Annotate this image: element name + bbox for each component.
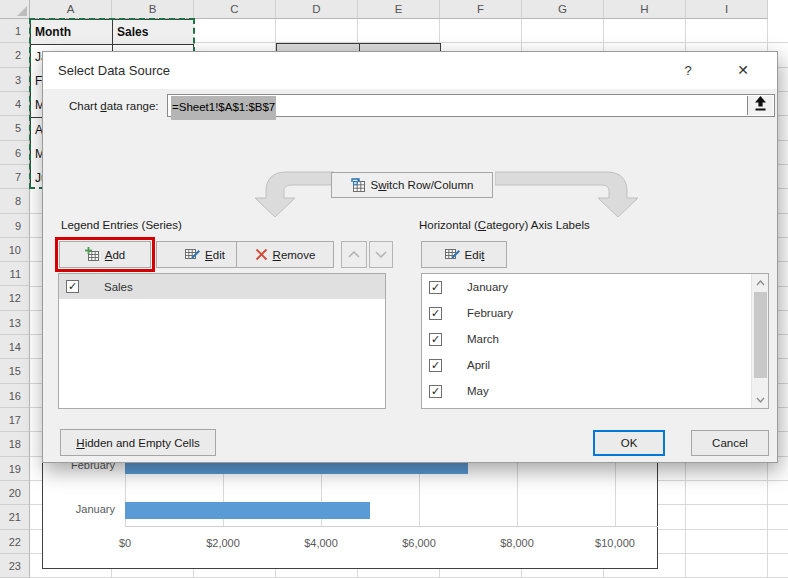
row-header-1[interactable]: 1 (0, 19, 30, 43)
axis-label-item[interactable]: ✓ April (422, 352, 768, 378)
row-header-16[interactable]: 16 (0, 384, 30, 408)
legend-entries-label: Legend Entries (Series) (61, 219, 182, 231)
switch-row-column-icon (351, 178, 366, 192)
move-down-button[interactable] (369, 241, 393, 268)
axis-tick-label: $10,000 (583, 537, 647, 549)
collapse-range-icon (754, 96, 767, 111)
row-header-9[interactable]: 9 (0, 214, 30, 238)
column-header-d[interactable]: D (276, 0, 358, 19)
row-header-15[interactable]: 15 (0, 359, 30, 383)
axis-tick-label: $8,000 (485, 537, 549, 549)
add-series-icon (85, 247, 100, 262)
column-header-b[interactable]: B (112, 0, 194, 19)
axis-label-checkbox[interactable]: ✓ (429, 281, 442, 294)
row-header-18[interactable]: 18 (0, 432, 30, 456)
column-header-i[interactable]: I (686, 0, 768, 19)
axis-labels-list[interactable]: ✓ January ✓ February ✓ March ✓ April ✓ M… (421, 273, 769, 409)
row-header-2[interactable]: 2 (0, 43, 30, 67)
edit-axis-labels-icon (444, 247, 460, 262)
axis-label-checkbox[interactable]: ✓ (429, 307, 442, 320)
axis-label-item[interactable]: ✓ March (422, 326, 768, 352)
add-button-label: Add (105, 249, 125, 261)
series-label: Sales (104, 281, 133, 293)
flow-arrow-left-icon (248, 170, 334, 218)
column-header-g[interactable]: G (522, 0, 604, 19)
axis-tick-label: $2,000 (191, 537, 255, 549)
close-icon[interactable]: ✕ (723, 52, 763, 89)
collapse-dialog-button[interactable] (747, 96, 773, 115)
row-header-4[interactable]: 4 (0, 92, 30, 116)
remove-x-icon (255, 248, 268, 261)
chevron-down-icon (375, 251, 387, 258)
select-data-source-dialog: Select Data Source ? ✕ Chart data range:… (42, 51, 778, 463)
column-header-a[interactable]: A (30, 0, 112, 19)
column-headers: A B C D E F G H I (30, 0, 768, 19)
edit-axis-labels-button[interactable]: Edit (421, 241, 507, 268)
hidden-and-empty-cells-button[interactable]: Hidden and Empty Cells (60, 429, 216, 456)
row-header-14[interactable]: 14 (0, 335, 30, 359)
series-list-item[interactable]: ✓ Sales (59, 274, 385, 299)
column-header-e[interactable]: E (358, 0, 440, 19)
row-header-10[interactable]: 10 (0, 238, 30, 262)
legend-entries-list[interactable]: ✓ Sales (58, 273, 386, 409)
edit-series-label: Edit (205, 249, 225, 261)
row-header-8[interactable]: 8 (0, 189, 30, 213)
axis-label-item[interactable]: ✓ January (422, 274, 768, 300)
row-headers: 1234567891011121314151617181920212223 (0, 19, 30, 578)
scroll-down-icon (756, 397, 765, 403)
cancel-button[interactable]: Cancel (691, 430, 769, 456)
row-header-7[interactable]: 7 (0, 165, 30, 189)
scrollbar-thumb[interactable] (754, 292, 767, 378)
horizontal-axis-labels-label: Horizontal (Category) Axis Labels (419, 219, 590, 231)
row-header-22[interactable]: 22 (0, 530, 30, 554)
scrollbar[interactable] (751, 274, 768, 408)
row-header-23[interactable]: 23 (0, 554, 30, 578)
row-header-17[interactable]: 17 (0, 408, 30, 432)
column-header-h[interactable]: H (604, 0, 686, 19)
edit-axis-labels-label: Edit (465, 249, 485, 261)
axis-label-item[interactable]: ✓ May (422, 378, 768, 404)
axis-tick-label: $6,000 (387, 537, 451, 549)
range-value-selected-text: =Sheet1!$A$1:$B$7 (171, 96, 276, 120)
chart-category-label: January (49, 503, 115, 515)
row-header-3[interactable]: 3 (0, 68, 30, 92)
row-header-5[interactable]: 5 (0, 116, 30, 140)
select-all-triangle-icon (17, 6, 27, 16)
axis-label-checkbox[interactable]: ✓ (429, 385, 442, 398)
select-all-corner[interactable] (0, 0, 30, 19)
dialog-title: Select Data Source (58, 52, 170, 89)
row-header-12[interactable]: 12 (0, 286, 30, 310)
scroll-up-icon (756, 280, 765, 286)
row-header-13[interactable]: 13 (0, 311, 30, 335)
axis-tick-label: $0 (93, 537, 157, 549)
add-button[interactable]: Add (59, 241, 151, 268)
scroll-down-button[interactable] (752, 391, 769, 408)
ok-button[interactable]: OK (593, 430, 665, 456)
axis-label-checkbox[interactable]: ✓ (429, 359, 442, 372)
axis-label-checkbox[interactable]: ✓ (429, 333, 442, 346)
move-up-button[interactable] (341, 241, 367, 268)
chart-axis-line (125, 526, 658, 527)
column-header-f[interactable]: F (440, 0, 522, 19)
row-header-6[interactable]: 6 (0, 141, 30, 165)
chart-bar[interactable] (125, 502, 370, 519)
switch-row-column-button[interactable]: Switch Row/Column (331, 172, 493, 198)
chevron-up-icon (348, 251, 360, 258)
row-header-19[interactable]: 19 (0, 457, 30, 481)
row-header-11[interactable]: 11 (0, 262, 30, 286)
series-checkbox[interactable]: ✓ (66, 280, 79, 293)
row-header-21[interactable]: 21 (0, 505, 30, 529)
axis-tick-label: $4,000 (289, 537, 353, 549)
switch-row-column-label: Switch Row/Column (371, 179, 474, 191)
chart-data-range-input[interactable]: =Sheet1!$A$1:$B$7 (167, 94, 775, 117)
edit-series-icon (184, 247, 200, 262)
row-header-20[interactable]: 20 (0, 481, 30, 505)
help-icon[interactable]: ? (673, 52, 703, 89)
scroll-up-button[interactable] (752, 274, 769, 291)
chart-data-range-label: Chart data range: (69, 100, 159, 112)
axis-label-item[interactable]: ✓ February (422, 300, 768, 326)
remove-button[interactable]: Remove (236, 241, 334, 268)
flow-arrow-right-icon (495, 170, 645, 218)
column-header-c[interactable]: C (194, 0, 276, 19)
hidden-and-empty-cells-label: Hidden and Empty Cells (76, 437, 199, 449)
